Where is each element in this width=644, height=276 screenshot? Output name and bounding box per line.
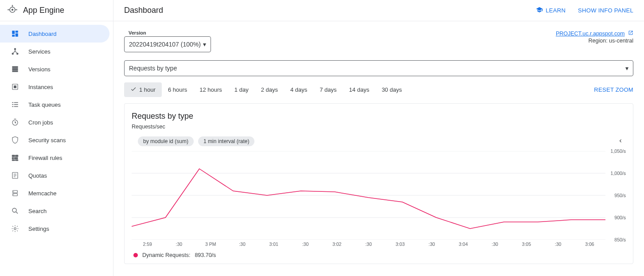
sidebar-item-search[interactable]: Search bbox=[0, 202, 113, 220]
time-range-12-hours[interactable]: 12 hours bbox=[193, 82, 228, 97]
learn-icon bbox=[536, 6, 543, 15]
time-range-6-hours[interactable]: 6 hours bbox=[162, 82, 193, 97]
sidebar-item-cron-jobs[interactable]: Cron jobs bbox=[0, 113, 113, 131]
content: Version 20220419t204107 (100%) ▾ PROJECT… bbox=[113, 21, 644, 276]
sidebar-item-quotas[interactable]: Quotas bbox=[0, 167, 113, 184]
x-tick: :30 bbox=[163, 241, 195, 247]
legend-dot bbox=[133, 253, 138, 257]
topbar-actions: LEARN SHOW INFO PANEL bbox=[536, 6, 633, 15]
versions-icon bbox=[11, 65, 20, 74]
sidebar-item-settings[interactable]: Settings bbox=[0, 220, 113, 237]
svg-point-16 bbox=[12, 208, 16, 212]
x-tick: 3:06 bbox=[574, 241, 605, 247]
nav-list: DashboardServicesVersionsInstancesTask q… bbox=[0, 21, 113, 237]
project-region: Region: us-central bbox=[556, 38, 633, 44]
sidebar-item-memcache[interactable]: Memcache bbox=[0, 184, 113, 202]
time-range-2-days[interactable]: 2 days bbox=[255, 82, 284, 97]
metric-dropdown[interactable]: Requests by type ▾ bbox=[124, 60, 633, 76]
sidebar-item-label: Search bbox=[28, 208, 47, 214]
time-range-4-days[interactable]: 4 days bbox=[284, 82, 313, 97]
y-tick: 1,000/s bbox=[611, 171, 626, 176]
learn-link[interactable]: LEARN bbox=[536, 6, 566, 15]
svg-point-4 bbox=[12, 5, 13, 6]
page-title: Dashboard bbox=[124, 6, 163, 15]
svg-point-18 bbox=[14, 228, 16, 230]
sidebar-item-label: Memcache bbox=[28, 190, 57, 197]
time-range-label: 2 days bbox=[261, 86, 278, 93]
sidebar-item-instances[interactable]: Instances bbox=[0, 78, 113, 96]
sidebar-item-label: Versions bbox=[28, 66, 51, 73]
show-info-panel-link[interactable]: SHOW INFO PANEL bbox=[578, 7, 633, 14]
x-axis: 2:59:303 PM:303:01:303:02:303:03:303:04:… bbox=[132, 241, 605, 247]
chart-collapse-button[interactable] bbox=[615, 136, 626, 147]
cron-icon bbox=[11, 118, 20, 127]
sidebar-item-label: Settings bbox=[28, 225, 49, 232]
x-tick: 3 PM bbox=[195, 241, 226, 247]
chart-area: 1,050/s1,000/s950/s900/s850/s bbox=[132, 151, 626, 240]
svg-point-2 bbox=[8, 9, 9, 11]
sidebar-item-label: Services bbox=[28, 48, 51, 55]
chart-pill[interactable]: 1 min interval (rate) bbox=[198, 136, 254, 146]
x-tick: 2:59 bbox=[132, 241, 163, 247]
x-tick: :30 bbox=[353, 241, 384, 247]
legend-label: Dynamic Requests: bbox=[142, 252, 190, 258]
y-tick: 1,050/s bbox=[611, 148, 626, 154]
x-tick: 3:04 bbox=[448, 241, 479, 247]
time-range-14-days[interactable]: 14 days bbox=[343, 82, 376, 97]
time-range-7-days[interactable]: 7 days bbox=[313, 82, 343, 97]
x-tick: 3:05 bbox=[511, 241, 542, 247]
x-tick: :30 bbox=[289, 241, 321, 247]
sidebar-item-dashboard[interactable]: Dashboard bbox=[0, 25, 109, 43]
project-info: PROJECT.uc.r.appspot.com Region: us-cent… bbox=[556, 30, 633, 44]
sidebar-item-label: Quotas bbox=[28, 172, 47, 179]
project-url-link[interactable]: PROJECT.uc.r.appspot.com bbox=[556, 31, 625, 37]
sidebar-item-firewall-rules[interactable]: Firewall rules bbox=[0, 149, 113, 167]
search-icon bbox=[11, 206, 20, 215]
main: Dashboard LEARN SHOW INFO PANEL Version bbox=[113, 0, 644, 276]
sidebar-item-label: Instances bbox=[28, 84, 53, 90]
chart-subtitle: Requests/sec bbox=[132, 124, 626, 130]
sidebar-item-label: Cron jobs bbox=[28, 119, 53, 126]
sidebar-item-versions[interactable]: Versions bbox=[0, 60, 113, 78]
svg-rect-9 bbox=[14, 86, 16, 88]
x-tick: 3:03 bbox=[384, 241, 416, 247]
reset-zoom-button[interactable]: RESET ZOOM bbox=[594, 86, 633, 93]
app-engine-icon bbox=[7, 4, 18, 16]
chart-plot[interactable] bbox=[132, 151, 605, 240]
time-range-label: 6 hours bbox=[168, 86, 187, 93]
x-tick: 3:01 bbox=[258, 241, 289, 247]
sidebar-item-label: Task queues bbox=[28, 101, 61, 108]
time-range-label: 14 days bbox=[349, 86, 370, 93]
chart-legend: Dynamic Requests: 893.70/s bbox=[133, 252, 626, 258]
time-range-30-days[interactable]: 30 days bbox=[375, 82, 408, 97]
sidebar-item-services[interactable]: Services bbox=[0, 43, 113, 60]
show-info-label: SHOW INFO PANEL bbox=[578, 7, 633, 14]
quotas-icon bbox=[11, 171, 20, 180]
sidebar-item-task-queues[interactable]: Task queues bbox=[0, 96, 113, 113]
dashboard-icon bbox=[11, 29, 20, 38]
version-selected: 20220419t204107 (100%) bbox=[129, 41, 201, 48]
version-dropdown[interactable]: 20220419t204107 (100%) ▾ bbox=[124, 36, 211, 52]
x-tick: :30 bbox=[542, 241, 574, 247]
instances-icon bbox=[11, 82, 20, 91]
chart-card: Requests by type Requests/sec by module … bbox=[124, 103, 633, 264]
metric-selected: Requests by type bbox=[129, 65, 177, 72]
svg-line-17 bbox=[16, 212, 18, 214]
product-title: App Engine bbox=[23, 6, 64, 15]
y-axis: 1,050/s1,000/s950/s900/s850/s bbox=[605, 151, 626, 240]
time-range-1-hour[interactable]: 1 hour bbox=[124, 82, 162, 97]
chart-pill[interactable]: by module id (sum) bbox=[138, 136, 194, 146]
x-tick: :30 bbox=[226, 241, 258, 247]
sidebar-item-label: Dashboard bbox=[28, 31, 57, 37]
x-tick: 3:02 bbox=[321, 241, 353, 247]
sidebar: App Engine DashboardServicesVersionsInst… bbox=[0, 0, 113, 276]
sidebar-header: App Engine bbox=[0, 0, 113, 21]
time-range-label: 1 hour bbox=[139, 86, 156, 93]
svg-point-3 bbox=[16, 9, 17, 11]
time-range-1-day[interactable]: 1 day bbox=[228, 82, 255, 97]
sidebar-item-security-scans[interactable]: Security scans bbox=[0, 131, 113, 149]
sidebar-item-label: Firewall rules bbox=[28, 155, 62, 161]
chart-title: Requests by type bbox=[132, 112, 626, 121]
time-ranges: 1 hour6 hours12 hours1 day2 days4 days7 … bbox=[124, 82, 408, 97]
version-group: Version 20220419t204107 (100%) ▾ bbox=[124, 30, 211, 52]
